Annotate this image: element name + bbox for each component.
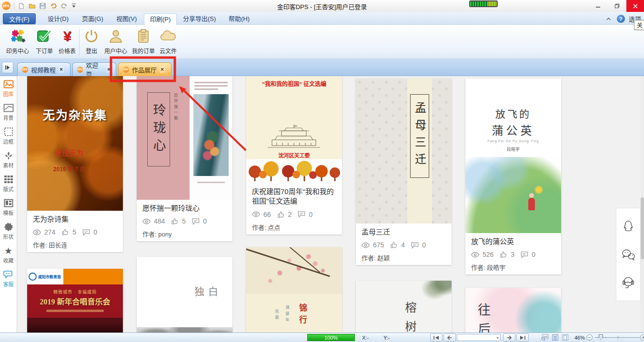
work-stats: 66 2 0 <box>252 211 336 218</box>
minimize-button[interactable] <box>588 0 607 12</box>
work-card[interactable]: 玲珑心 愿怀揣一颗 愿怀揣一颗玲珑心 484 5 0 作者: <box>137 76 232 241</box>
fit-width-view-icon[interactable] <box>551 333 560 342</box>
work-card[interactable]: 咸阳市教育局 精致城市 · 幸福咸阳 2019 新年合唱音乐会 <box>27 269 123 332</box>
cursor-x-readout: X:- <box>362 335 369 341</box>
work-card[interactable]: 锦行 锦瑟年 欢歌 <box>246 247 342 332</box>
document-tab-strip: DPS 视频教程 × DPS 欢迎页 × DPS 作品展厅 × <box>0 59 644 76</box>
menu-page[interactable]: 页面(G) <box>76 13 109 24</box>
place-order-button[interactable]: 下订单 <box>33 27 55 55</box>
fit-page-view-icon[interactable] <box>561 333 570 342</box>
restore-button[interactable] <box>607 0 626 12</box>
work-card[interactable]: 往后 <box>465 288 561 332</box>
views-count: 66 <box>263 211 271 218</box>
menu-view[interactable]: 视图(V) <box>111 13 142 24</box>
qq-icon[interactable] <box>621 219 635 234</box>
views-icon <box>142 218 151 225</box>
print-center-button[interactable]: 印务中心 <box>4 27 31 55</box>
zoom-in-button[interactable]: + <box>640 334 644 341</box>
work-card[interactable]: 无为杂诗集 老庄无为 2019 年 7 月 无为杂诗集 274 5 0 作者: … <box>27 76 123 252</box>
work-title: 愿怀揣一颗玲珑心 <box>142 204 227 213</box>
cloud-files-button[interactable]: 云文件 <box>157 27 179 55</box>
plum-blossom-illustration <box>246 247 342 294</box>
views-icon <box>33 229 41 236</box>
zoom-out-button[interactable]: − <box>586 334 593 341</box>
tab-video-tutorial[interactable]: DPS 视频教程 × <box>17 62 70 76</box>
likes-count: 3 <box>511 251 514 258</box>
sidebar-item-background[interactable]: 背景 <box>0 102 17 121</box>
next-page-button[interactable] <box>503 333 515 342</box>
comments-count: 0 <box>203 217 207 225</box>
collapse-ribbon-icon[interactable] <box>604 15 613 23</box>
sidebar-item-customer-service[interactable]: 客服 <box>0 269 17 288</box>
work-card[interactable]: 榕树诗选 <box>356 281 452 332</box>
menu-file[interactable]: 文件(F) <box>3 13 36 24</box>
works-gallery: 无为杂诗集 老庄无为 2019 年 7 月 无为杂诗集 274 5 0 作者: … <box>17 76 644 332</box>
cover-date: 2019 年 7 月 <box>27 165 111 173</box>
work-stats: 675 4 0 <box>362 241 446 249</box>
work-card[interactable]: 放飞的 蒲公英 Fang Fei De Pu Gong Ying 段皓宇 放飞的… <box>465 78 561 274</box>
image-library-icon <box>0 78 17 90</box>
sidebar-item-templates[interactable]: 模板 <box>0 197 17 216</box>
previous-page-button[interactable] <box>443 333 456 342</box>
orange-corner-decor <box>63 269 123 284</box>
sidebar-item-shapes[interactable]: 形状 <box>0 221 17 240</box>
sidebar-item-gallery[interactable]: 图库 <box>0 78 17 98</box>
wechat-icon[interactable] <box>621 248 636 261</box>
user-center-button[interactable]: 用户中心 <box>102 27 130 55</box>
likes-icon <box>500 251 507 258</box>
sidebar-item-layouts[interactable]: 版式 <box>0 174 17 193</box>
tab-close-icon[interactable]: × <box>106 66 111 73</box>
my-orders-button[interactable]: 我的订单 <box>130 27 157 55</box>
page-select-dropdown[interactable]: ▼ <box>457 334 501 341</box>
choir-photo <box>27 318 123 332</box>
cover-title-box: 孟母三迁 <box>410 94 429 178</box>
sidebar-item-label: 收藏 <box>3 258 14 264</box>
tab-label: 视频教程 <box>31 65 56 74</box>
sidebar-item-materials[interactable]: 素材 <box>0 150 17 169</box>
window-title: 金印客DPS - [王杏安]用户已登录 <box>0 2 644 11</box>
tab-close-icon[interactable]: × <box>160 66 165 73</box>
scrollbar-thumb[interactable] <box>641 197 644 259</box>
work-author: 作者: 田长连 <box>33 240 117 249</box>
vertical-scrollbar[interactable] <box>641 76 644 332</box>
memory-gauge <box>469 0 498 7</box>
frame-icon <box>0 126 17 137</box>
menu-print[interactable]: 印刷(P) <box>144 13 177 25</box>
tab-close-icon[interactable]: × <box>59 66 64 73</box>
cover-author: 段皓宇 <box>465 146 561 152</box>
work-card[interactable]: “我和我的祖国” 征文选编 沈河区关工委 <box>246 76 342 235</box>
background-icon <box>0 102 17 114</box>
help-icon[interactable]: ? <box>617 15 625 23</box>
zoom-slider-thumb[interactable] <box>599 334 603 340</box>
price-list-button[interactable]: ¥ 价格表 <box>56 27 78 55</box>
education-bureau-logo <box>29 273 37 281</box>
views-icon <box>362 242 370 249</box>
customer-service-headset-icon[interactable] <box>621 275 635 290</box>
book-cover: 榕树诗选 <box>356 281 452 332</box>
menu-share-export[interactable]: 分享导出(S) <box>177 13 221 24</box>
cover-pinyin: Fang Fei De Pu Gong Ying <box>465 139 561 143</box>
menu-design[interactable]: 设计(D) <box>42 13 74 24</box>
work-card[interactable]: 独白 <box>137 257 232 332</box>
close-button[interactable] <box>626 0 644 12</box>
comments-count: 0 <box>93 228 97 236</box>
likes-icon <box>61 228 69 236</box>
button-label: 下订单 <box>33 47 55 55</box>
logout-button[interactable]: 登出 <box>82 27 101 55</box>
expand-panel-button[interactable] <box>2 62 13 73</box>
button-label: 用户中心 <box>102 47 130 55</box>
work-card[interactable]: 孟母三迁 孟母三迁 675 4 0 作者: 赵颖 <box>356 78 452 265</box>
likes-icon <box>277 211 285 218</box>
tab-works-gallery[interactable]: DPS 作品展厅 × <box>118 62 171 76</box>
book-cover: 咸阳市教育局 精致城市 · 幸福咸阳 2019 新年合唱音乐会 <box>27 269 123 332</box>
first-page-button[interactable] <box>430 333 443 342</box>
zoom-100-icon[interactable]: 100 <box>540 333 549 342</box>
sidebar-item-favorites[interactable]: ★ 收藏 <box>0 245 17 264</box>
comments-count: 0 <box>532 251 535 258</box>
sidebar-item-label: 模板 <box>3 210 14 216</box>
last-page-button[interactable] <box>516 333 529 342</box>
sidebar-item-border[interactable]: 边框 <box>0 126 17 145</box>
menu-help[interactable]: 帮助(H) <box>223 13 255 24</box>
cover-title-box: 玲珑心 <box>147 92 170 166</box>
tab-welcome-page[interactable]: DPS 欢迎页 × <box>72 62 116 76</box>
